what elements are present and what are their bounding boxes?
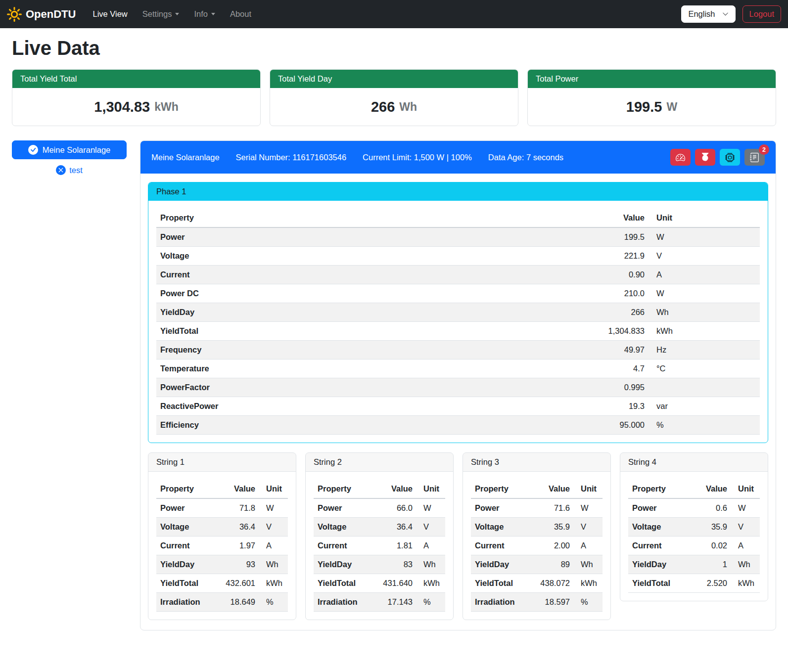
limit-settings-button[interactable] [670,149,691,166]
property-cell: Current [628,537,690,555]
nav-item-live-view[interactable]: Live View [87,5,133,23]
table-row: Current1.81A [314,537,445,555]
nav-item-label: Settings [142,9,172,19]
value-cell: 199.5 [584,227,649,247]
inverter-alt-item[interactable]: test [12,165,127,175]
property-cell: Efficiency [156,416,584,435]
table-header-row: PropertyValueUnit [628,480,760,498]
unit-cell: kWh [259,574,288,593]
inverter-sidebar: Meine Solaranlage test [12,140,127,175]
inverter-actions: 2 [670,149,765,166]
unit-cell: W [417,498,445,518]
device-info-button[interactable] [720,149,740,166]
property-cell: Temperature [156,359,584,378]
table-header-row: PropertyValueUnit [156,209,760,227]
navbar: OpenDTU Live ViewSettingsInfoAbout Engli… [0,0,788,28]
string-panel-title: String 3 [463,453,610,472]
language-select[interactable]: English [681,5,735,23]
table-row: YieldTotal2.520kWh [628,574,760,593]
unit-cell: kWh [649,322,760,341]
property-cell: YieldTotal [156,574,218,593]
table-row: YieldTotal438.072kWh [471,574,603,593]
table-body: Power0.6WVoltage35.9VCurrent0.02AYieldDa… [628,498,760,593]
property-cell: Voltage [156,247,584,266]
property-cell: Irradiation [314,593,375,612]
inverter-card-body: Phase 1 PropertyValueUnitPower199.5WVolt… [140,174,776,630]
table-head: PropertyValueUnit [156,480,288,498]
string-panel-string-1: String 1PropertyValueUnitPower71.8WVolta… [148,452,296,620]
value-cell: 2.00 [532,537,574,555]
table-body: Power199.5WVoltage221.9VCurrent0.90APowe… [156,227,760,435]
value-cell: 210.0 [584,284,649,303]
property-cell: Current [314,537,375,555]
string-table: PropertyValueUnitPower71.8WVoltage36.4VC… [156,480,288,612]
unit-cell: V [574,518,603,537]
language-select-value: English [688,9,715,19]
logout-button[interactable]: Logout [742,5,781,23]
summary-card-value: 199.5 [626,99,662,115]
property-cell: YieldTotal [314,574,375,593]
value-cell: 1.81 [375,537,417,555]
value-cell: 2.520 [690,574,731,593]
power-toggle-button[interactable] [695,149,715,166]
nav-item-info[interactable]: Info [188,5,221,23]
column-header: Property [314,480,375,498]
table-row: Voltage36.4V [314,518,445,537]
summary-card-title: Total Yield Total [12,70,260,88]
value-cell: 83 [375,555,417,574]
unit-cell: V [649,247,760,266]
unit-cell: W [259,498,288,518]
property-cell: Current [156,266,584,284]
table-row: Voltage35.9V [471,518,603,537]
event-log-button[interactable]: 2 [744,149,765,166]
unit-cell: A [259,537,288,555]
nav-item-settings[interactable]: Settings [137,5,185,23]
chevron-down-icon [722,11,729,17]
table-row: YieldTotal1,304.833kWh [156,322,760,341]
property-cell: Frequency [156,341,584,359]
nav-item-about[interactable]: About [224,5,257,23]
x-circle-icon[interactable] [56,165,66,175]
inverter-alt-label[interactable]: test [69,166,83,175]
brand[interactable]: OpenDTU [7,7,76,22]
table-row: PowerFactor0.995 [156,378,760,397]
table-head: PropertyValueUnit [628,480,760,498]
property-cell: Voltage [314,518,375,537]
column-header: Unit [649,209,760,227]
table-header-row: PropertyValueUnit [471,480,603,498]
table-body: Power66.0WVoltage36.4VCurrent1.81AYieldD… [314,498,445,612]
property-cell: YieldDay [156,555,218,574]
property-cell: YieldDay [471,555,532,574]
cpu-icon [725,153,735,162]
summary-card-unit: kWh [154,100,179,114]
table-body: Power71.8WVoltage36.4VCurrent1.97AYieldD… [156,498,288,612]
summary-card-value: 1,304.83 [94,99,150,115]
property-cell: Power DC [156,284,584,303]
unit-cell: W [574,498,603,518]
table-row: YieldDay1Wh [628,555,760,574]
nav-menu: Live ViewSettingsInfoAbout [87,5,257,23]
unit-cell: kWh [574,574,603,593]
table-header-row: PropertyValueUnit [314,480,445,498]
column-header: Unit [731,480,760,498]
unit-cell: kWh [731,574,760,593]
string-panel-string-3: String 3PropertyValueUnitPower71.6WVolta… [463,452,611,620]
brand-name: OpenDTU [26,8,76,21]
unit-cell: Wh [417,555,445,574]
summary-card-value: 266 [371,99,395,115]
value-cell: 4.7 [584,359,649,378]
unit-cell: var [649,397,760,416]
table-row: Power71.8W [156,498,288,518]
property-cell: Power [156,227,584,247]
table-head: PropertyValueUnit [314,480,445,498]
column-header: Value [532,480,574,498]
value-cell: 18.597 [532,593,574,612]
summary-cards-row: Total Yield Total1,304.83kWhTotal Yield … [12,69,776,126]
string-panel-body: PropertyValueUnitPower0.6WVoltage35.9VCu… [620,472,768,601]
property-cell: YieldDay [314,555,375,574]
unit-cell: A [417,537,445,555]
property-cell: Power [471,498,532,518]
summary-card-unit: Wh [399,100,417,114]
inverter-select-button[interactable]: Meine Solaranlage [12,140,127,159]
table-row: Temperature4.7°C [156,359,760,378]
